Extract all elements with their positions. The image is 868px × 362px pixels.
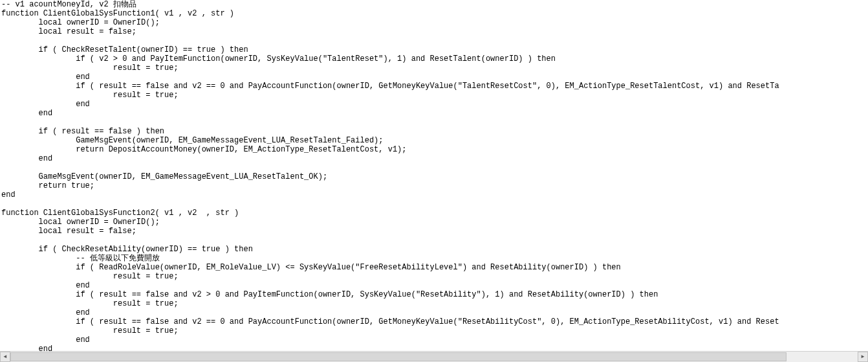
scroll-track[interactable] <box>10 352 858 362</box>
scroll-right-button[interactable]: ► <box>858 352 868 362</box>
code-text: -- v1 acountMoneyId, v2 扣物品 function Cli… <box>1 0 779 352</box>
horizontal-scrollbar[interactable]: ◄ ► <box>0 351 868 362</box>
scroll-thumb[interactable] <box>10 352 787 361</box>
scroll-left-button[interactable]: ◄ <box>0 352 10 362</box>
code-view: -- v1 acountMoneyId, v2 扣物品 function Cli… <box>0 0 868 352</box>
